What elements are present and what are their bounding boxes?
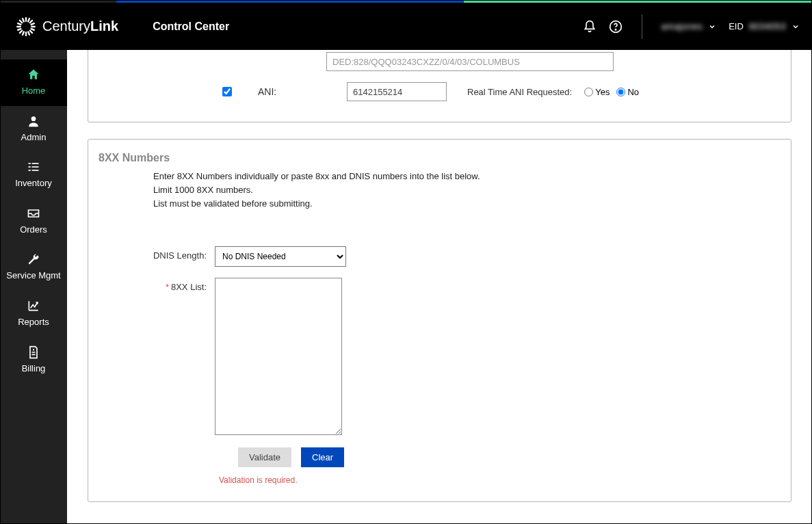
svg-rect-24 [29, 170, 31, 171]
eid-value: 8034053 [749, 21, 786, 31]
user-name: amajones [662, 21, 703, 31]
home-icon [27, 68, 40, 81]
dnis-length-label: DNIS Length: [99, 246, 215, 261]
top-accent-bar [0, 0, 812, 3]
sidebar-item-service-mgmt[interactable]: Service Mgmt [0, 244, 67, 291]
user-icon [27, 114, 40, 128]
sidebar-item-reports[interactable]: Reports [0, 291, 67, 337]
validate-button[interactable]: Validate [238, 447, 291, 467]
app-header: CenturyLink Control Center amajones [0, 3, 812, 50]
brand-logo: CenturyLink [16, 17, 118, 36]
chart-icon [27, 299, 40, 313]
notifications-icon[interactable] [583, 20, 597, 34]
svg-rect-23 [32, 166, 39, 168]
header-divider [642, 14, 642, 39]
realtime-yes-radio[interactable]: Yes [584, 87, 610, 97]
chevron-down-icon [791, 23, 800, 31]
svg-rect-25 [32, 170, 39, 171]
ani-panel: DED:828/QQQ03243CXZZ/0/4/03/COLUMBUS ANI… [88, 50, 791, 122]
svg-rect-2 [25, 31, 27, 36]
sunburst-icon [16, 17, 36, 36]
svg-rect-21 [32, 163, 39, 164]
sidebar-item-orders[interactable]: Orders [0, 198, 67, 245]
sidebar-item-label: Service Mgmt [6, 270, 60, 281]
sidebar-item-label: Billing [22, 363, 46, 374]
sidebar-item-inventory[interactable]: Inventory [0, 152, 67, 198]
sidebar-item-label: Admin [21, 132, 47, 143]
file-icon [27, 345, 40, 359]
svg-rect-22 [29, 166, 31, 168]
svg-point-0 [24, 24, 29, 29]
realtime-ani-label: Real Time ANI Requested: [467, 87, 572, 97]
user-menu[interactable]: amajones [662, 21, 716, 31]
8xx-list-textarea[interactable] [215, 278, 342, 435]
sidebar-item-label: Orders [20, 224, 47, 235]
sidebar-item-admin[interactable]: Admin [0, 106, 67, 153]
8xx-list-label: *8XX List: [99, 278, 215, 292]
radio-label: No [627, 87, 639, 97]
svg-rect-1 [25, 17, 27, 22]
svg-point-18 [615, 29, 616, 29]
realtime-no-radio[interactable]: No [616, 87, 639, 97]
validation-error: Validation is required. [219, 475, 781, 485]
radio-label: Yes [595, 87, 610, 97]
sidebar-item-label: Reports [18, 317, 49, 328]
eid-label: EID [729, 21, 744, 31]
sidebar-item-home[interactable]: Home [0, 60, 67, 106]
8xx-panel: 8XX Numbers Enter 8XX Numbers individual… [88, 139, 791, 502]
brand-name: CenturyLink [42, 18, 118, 34]
section-instructions: Enter 8XX Numbers individually or paste … [99, 170, 781, 211]
sidebar-item-billing[interactable]: Billing [0, 337, 67, 384]
help-icon[interactable] [609, 20, 623, 34]
clear-button[interactable]: Clear [301, 447, 344, 467]
sidebar: Home Admin Inventory Orders [0, 50, 67, 524]
svg-rect-20 [29, 163, 31, 164]
main-content: DED:828/QQQ03243CXZZ/0/4/03/COLUMBUS ANI… [67, 50, 812, 524]
sidebar-item-label: Home [22, 86, 46, 96]
ani-input[interactable] [347, 82, 447, 101]
svg-rect-4 [31, 25, 36, 27]
inbox-icon [27, 207, 40, 220]
list-icon [27, 160, 40, 174]
eid-menu[interactable]: EID 8034053 [729, 21, 800, 31]
wrench-icon [27, 252, 40, 266]
ani-checkbox[interactable] [222, 87, 232, 96]
app-title: Control Center [153, 21, 229, 33]
svg-point-19 [31, 116, 36, 121]
dnis-length-select[interactable]: No DNIS Needed [215, 246, 346, 267]
section-title: 8XX Numbers [99, 152, 781, 164]
ani-label: ANI: [258, 86, 347, 97]
sidebar-item-label: Inventory [15, 178, 51, 189]
trunk-readonly-field: DED:828/QQQ03243CXZZ/0/4/03/COLUMBUS [326, 52, 614, 71]
chevron-down-icon [708, 23, 716, 31]
svg-rect-3 [16, 25, 21, 27]
